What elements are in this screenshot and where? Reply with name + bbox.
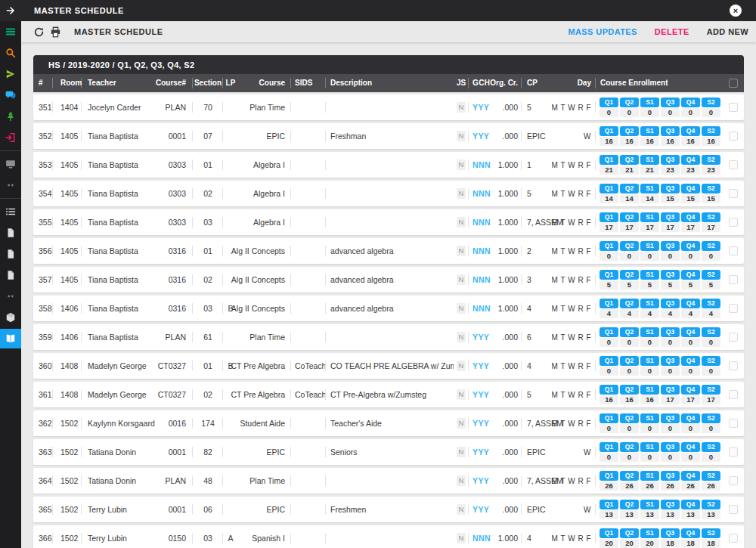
enrollment-badge[interactable]: Q117 <box>600 212 618 232</box>
enrollment-badge[interactable]: Q121 <box>600 155 618 175</box>
enrollment-badge[interactable]: Q423 <box>681 155 700 175</box>
enrollment-badge[interactable]: Q10 <box>600 327 618 347</box>
enrollment-badge[interactable]: S120 <box>640 528 659 548</box>
enrollment-badge[interactable]: S20 <box>702 442 720 462</box>
enrollment-badge[interactable]: Q10 <box>600 241 618 261</box>
sidebar-item-master-schedule[interactable] <box>0 329 21 348</box>
cube-icon[interactable] <box>5 312 16 323</box>
enrollment-badge[interactable]: Q40 <box>681 442 700 462</box>
row-checkbox[interactable] <box>729 476 738 485</box>
enrollment-badge[interactable]: Q214 <box>620 184 639 203</box>
enrollment-badge[interactable]: Q40 <box>681 327 700 347</box>
table-row[interactable]: 360 1408 Madelyn George CT0327 01 B CT P… <box>33 353 744 379</box>
col-sids[interactable]: SIDS <box>291 74 326 92</box>
enrollment-badge[interactable]: S114 <box>640 184 659 203</box>
row-checkbox[interactable] <box>729 218 738 227</box>
enrollment-badge[interactable]: S117 <box>640 212 659 232</box>
enrollment-badge[interactable]: Q30 <box>661 327 680 347</box>
enrollment-badge[interactable]: S116 <box>640 385 659 404</box>
table-row[interactable]: 366 1502 Terry Lubin 0150 03 A Spanish I… <box>33 525 744 548</box>
enrollment-badge[interactable]: S20 <box>702 356 720 376</box>
close-icon[interactable]: × <box>730 5 742 17</box>
row-checkbox[interactable] <box>729 333 738 342</box>
col-course[interactable]: Course <box>238 74 291 92</box>
enrollment-badge[interactable]: S15 <box>640 270 659 289</box>
enrollment-badge[interactable]: Q10 <box>600 356 618 376</box>
row-checkbox[interactable] <box>729 419 738 428</box>
col-section[interactable]: Section <box>193 74 223 92</box>
col-cp[interactable]: CP <box>522 74 556 92</box>
enrollment-badge[interactable]: Q226 <box>620 471 639 491</box>
row-checkbox[interactable] <box>729 132 738 141</box>
table-row[interactable]: 358 1406 Tiana Baptista 0316 03 B Alg II… <box>33 296 744 321</box>
table-row[interactable]: 357 1405 Tiana Baptista 0316 02 Alg II C… <box>33 267 744 293</box>
enrollment-badge[interactable]: Q40 <box>681 98 700 117</box>
enrollment-badge[interactable]: Q20 <box>620 241 639 261</box>
row-checkbox[interactable] <box>729 103 738 112</box>
enrollment-badge[interactable]: Q317 <box>661 212 680 232</box>
table-row[interactable]: 363 1502 Tatiana Donin 0001 82 EPIC Seni… <box>33 439 744 465</box>
enrollment-badge[interactable]: Q213 <box>620 500 639 519</box>
select-all-checkbox[interactable] <box>729 79 738 88</box>
enrollment-badge[interactable]: Q30 <box>661 442 680 462</box>
restore-icon[interactable] <box>33 26 45 38</box>
enrollment-badge[interactable]: S113 <box>640 500 659 519</box>
enrollment-badge[interactable]: Q20 <box>620 413 639 433</box>
enrollment-badge[interactable]: S223 <box>702 155 720 175</box>
enrollment-badge[interactable]: S20 <box>702 98 720 117</box>
enrollment-badge[interactable]: Q426 <box>681 471 700 491</box>
table-row[interactable]: 354 1405 Tiana Baptista 0303 02 Algebra … <box>33 181 744 206</box>
enrollment-badge[interactable]: Q20 <box>620 98 639 117</box>
file-icon[interactable] <box>5 249 16 259</box>
enrollment-badge[interactable]: Q10 <box>600 442 618 462</box>
exit-icon[interactable] <box>5 132 16 143</box>
table-row[interactable]: 352 1405 Tiana Baptista 0001 07 EPIC Fre… <box>33 123 744 149</box>
enrollment-badge[interactable]: S226 <box>702 471 720 491</box>
enrollment-badge[interactable]: Q126 <box>600 471 618 491</box>
add-new-button[interactable]: ADD NEW <box>705 24 750 39</box>
enrollment-badge[interactable]: Q216 <box>620 385 639 404</box>
enrollment-badge[interactable]: Q40 <box>681 241 700 261</box>
col-day[interactable]: Day <box>556 74 596 92</box>
enrollment-badge[interactable]: Q216 <box>620 126 639 146</box>
enrollment-badge[interactable]: Q25 <box>620 270 639 289</box>
enrollment-badge[interactable]: Q326 <box>661 471 680 491</box>
enrollment-badge[interactable]: Q45 <box>681 270 700 289</box>
enrollment-badge[interactable]: Q116 <box>600 126 618 146</box>
list-icon[interactable] <box>5 206 16 217</box>
col-room[interactable]: Room <box>53 74 82 92</box>
enrollment-badge[interactable]: S217 <box>702 212 720 232</box>
tree-icon[interactable] <box>5 111 16 122</box>
more-dots-icon[interactable] <box>5 180 16 190</box>
enrollment-badge[interactable]: Q30 <box>661 98 680 117</box>
row-checkbox[interactable] <box>729 505 738 514</box>
enrollment-badge[interactable]: Q20 <box>620 327 639 347</box>
enrollment-badge[interactable]: S121 <box>640 155 659 175</box>
mass-updates-button[interactable]: MASS UPDATES <box>566 24 638 39</box>
row-checkbox[interactable] <box>729 304 738 313</box>
enrollment-badge[interactable]: Q313 <box>661 500 680 519</box>
col-js[interactable]: JS <box>454 74 469 92</box>
row-checkbox[interactable] <box>729 189 738 198</box>
enrollment-badge[interactable]: Q40 <box>681 413 700 433</box>
enrollment-badge[interactable]: S10 <box>640 413 659 433</box>
enrollment-badge[interactable]: Q418 <box>681 528 700 548</box>
enrollment-badge[interactable]: S10 <box>640 327 659 347</box>
enrollment-badge[interactable]: Q35 <box>661 270 680 289</box>
enrollment-badge[interactable]: Q417 <box>681 385 700 404</box>
enrollment-badge[interactable]: Q30 <box>661 356 680 376</box>
enrollment-badge[interactable]: Q220 <box>620 528 639 548</box>
chat-icon[interactable] <box>5 90 16 101</box>
enrollment-badge[interactable]: S20 <box>702 413 720 433</box>
enrollment-badge[interactable]: Q221 <box>620 155 639 175</box>
enrollment-badge[interactable]: Q120 <box>600 528 618 548</box>
row-checkbox[interactable] <box>729 534 738 543</box>
col-lp[interactable]: LP <box>223 74 238 92</box>
enrollment-badge[interactable]: Q113 <box>600 500 618 519</box>
file-icon[interactable] <box>5 270 16 280</box>
table-row[interactable]: 353 1405 Tiana Baptista 0303 01 Algebra … <box>33 152 744 178</box>
row-checkbox[interactable] <box>729 361 738 370</box>
row-checkbox[interactable] <box>729 447 738 457</box>
send-icon[interactable] <box>5 69 16 79</box>
enrollment-badge[interactable]: Q317 <box>661 385 680 404</box>
